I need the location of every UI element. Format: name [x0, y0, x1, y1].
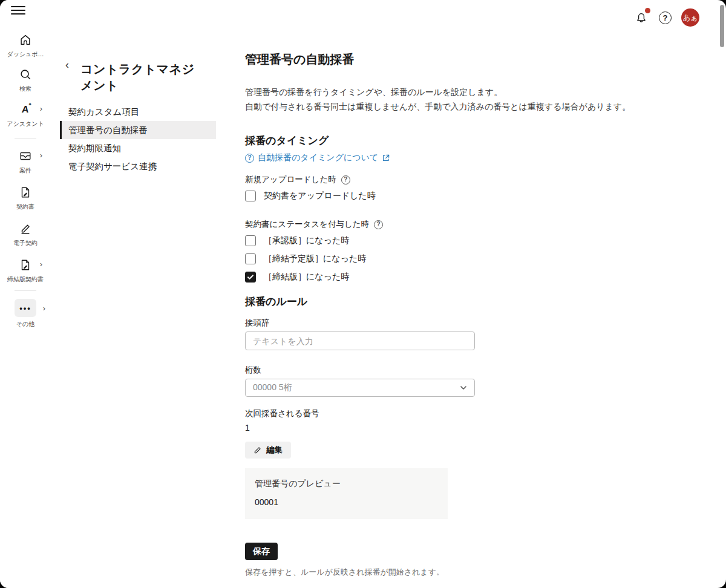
rail-label: 締結版契約書	[7, 275, 44, 284]
assistant-icon: A✦ ›	[18, 102, 33, 117]
edit-button-label: 編集	[266, 445, 283, 456]
group-label-text: 新規アップロードした時	[245, 174, 336, 185]
sidebar-item-search[interactable]: 検索	[0, 67, 51, 93]
next-number-label: 次回採番される番号	[245, 408, 669, 419]
settings-menu: 契約カスタム項目 管理番号の自動採番 契約期限通知 電子契約サービス連携	[60, 103, 216, 175]
menu-item-label: 契約カスタム項目	[68, 106, 139, 118]
question-circle-icon[interactable]: ?	[341, 175, 350, 185]
checkbox-box[interactable]	[245, 235, 256, 246]
save-button[interactable]: 保存	[245, 543, 278, 560]
inbox-icon: ›	[18, 149, 33, 163]
scrollbar-thumb[interactable]	[720, 5, 724, 47]
settings-sidebar: ‹ コントラクトマネジメント 契約カスタム項目 管理番号の自動採番 契約期限通知…	[51, 0, 236, 588]
timing-help-link[interactable]: ? 自動採番のタイミングについて	[245, 152, 669, 163]
search-icon	[18, 67, 33, 82]
rail-label: 検索	[19, 85, 31, 93]
status-group-label: 契約書にステータスを付与した時 ?	[245, 219, 669, 230]
notifications-button[interactable]	[635, 10, 649, 25]
rail-label: 契約書	[16, 203, 34, 211]
sidebar-item-dashboard[interactable]: ダッシュボ…	[0, 33, 51, 59]
timing-section-heading: 採番のタイミング	[245, 134, 669, 148]
main-content: 管理番号の自動採番 管理番号の採番を行うタイミングや、採番のルールを設定します。…	[245, 0, 669, 578]
home-icon	[18, 33, 33, 47]
checkbox-label: 契約書をアップロードした時	[264, 191, 376, 201]
rail-label: 電子契約	[13, 239, 38, 247]
rail-divider	[15, 138, 36, 139]
checkbox-label: ［締結版］になった時	[264, 272, 349, 283]
rail-label: その他	[16, 320, 34, 328]
checkbox-box[interactable]	[245, 191, 256, 201]
page-title: 管理番号の自動採番	[245, 52, 669, 67]
next-number-value: 1	[245, 423, 669, 433]
digits-select-value: 00000 5桁	[253, 382, 292, 393]
checkbox-approved-version[interactable]: ［承認版］になった時	[245, 235, 669, 246]
chevron-right-icon: ›	[40, 151, 42, 159]
notification-dot	[645, 8, 650, 13]
question-circle-icon[interactable]: ?	[374, 220, 383, 229]
menu-item-label: 電子契約サービス連携	[68, 161, 157, 172]
save-note: 保存を押すと、ルールが反映され採番が開始されます。	[245, 567, 669, 578]
preview-value: 00001	[255, 497, 438, 507]
checkbox-planned-version[interactable]: ［締結予定版］になった時	[245, 253, 669, 264]
number-preview-box: 管理番号のプレビュー 00001	[245, 468, 448, 519]
hamburger-menu-icon[interactable]	[11, 4, 25, 16]
back-chevron-icon[interactable]: ‹	[65, 59, 69, 70]
sidebar-item-others[interactable]: ••• › その他	[0, 299, 51, 328]
sidebar-item-contracts[interactable]: 契約書	[0, 185, 51, 211]
question-circle-icon: ?	[245, 154, 254, 163]
signed-document-icon: ›	[18, 258, 33, 272]
pencil-icon	[18, 221, 33, 236]
rules-section-heading: 採番のルール	[245, 295, 669, 309]
sidebar-item-e-contract[interactable]: 電子契約	[0, 221, 51, 247]
icon-rail: ダッシュボ… 検索 A✦ › アシスタント › 案件	[0, 0, 51, 588]
help-button[interactable]: ?	[659, 11, 672, 24]
prefix-input[interactable]	[245, 332, 475, 350]
checkbox-label: ［締結予定版］になった時	[264, 253, 366, 264]
chevron-right-icon: ›	[43, 304, 45, 312]
sidebar-item-cases[interactable]: › 案件	[0, 149, 51, 175]
rail-divider	[15, 290, 36, 291]
menu-item-expiry-notice[interactable]: 契約期限通知	[60, 139, 216, 157]
digits-select[interactable]: 00000 5桁	[245, 379, 475, 397]
chevron-down-icon	[460, 384, 467, 391]
prefix-label: 接頭辞	[245, 318, 669, 328]
pencil-icon	[253, 446, 262, 454]
menu-item-label: 管理番号の自動採番	[68, 125, 148, 136]
help-link-label: 自動採番のタイミングについて	[258, 152, 378, 163]
more-icon: •••	[15, 299, 36, 317]
edit-button[interactable]: 編集	[245, 442, 291, 459]
avatar[interactable]: あぁ	[681, 8, 699, 27]
checkbox-box[interactable]	[245, 253, 256, 264]
checkbox-label: ［承認版］になった時	[264, 235, 349, 246]
menu-item-custom-fields[interactable]: 契約カスタム項目	[60, 103, 216, 121]
checkbox-upload-time[interactable]: 契約書をアップロードした時	[245, 191, 669, 201]
group-label-text: 契約書にステータスを付与した時	[245, 219, 369, 230]
checkbox-box[interactable]	[245, 272, 256, 283]
app-window: ダッシュボ… 検索 A✦ › アシスタント › 案件	[0, 0, 726, 588]
rail-label: ダッシュボ…	[7, 50, 44, 59]
digits-label: 桁数	[245, 365, 669, 376]
sidebar-item-assistant[interactable]: A✦ › アシスタント	[0, 102, 51, 128]
contract-document-icon	[18, 185, 33, 200]
topbar-actions: ? あぁ	[635, 8, 699, 27]
description-line: 管理番号の採番を行うタイミングや、採番のルールを設定します。	[245, 85, 669, 99]
checkbox-signed-version[interactable]: ［締結版］になった時	[245, 272, 669, 283]
chevron-right-icon: ›	[40, 260, 42, 268]
menu-item-label: 契約期限通知	[68, 143, 121, 154]
chevron-right-icon: ›	[40, 105, 42, 113]
upload-group-label: 新規アップロードした時 ?	[245, 174, 669, 185]
external-link-icon	[382, 154, 390, 162]
preview-title: 管理番号のプレビュー	[255, 479, 438, 489]
rail-label: 案件	[19, 166, 31, 175]
menu-item-e-contract-link[interactable]: 電子契約サービス連携	[60, 157, 216, 175]
page-description: 管理番号の採番を行うタイミングや、採番のルールを設定します。 自動で付与される番…	[245, 85, 669, 114]
description-line: 自動で付与される番号同士は重複しませんが、手動で入力済みの番号とは重複する場合が…	[245, 99, 669, 114]
rail-label: アシスタント	[7, 120, 44, 128]
sidebar-item-signed-contracts[interactable]: › 締結版契約書	[0, 258, 51, 284]
menu-item-auto-numbering[interactable]: 管理番号の自動採番	[60, 121, 216, 139]
sidebar-title: コントラクトマネジメント	[80, 61, 199, 94]
